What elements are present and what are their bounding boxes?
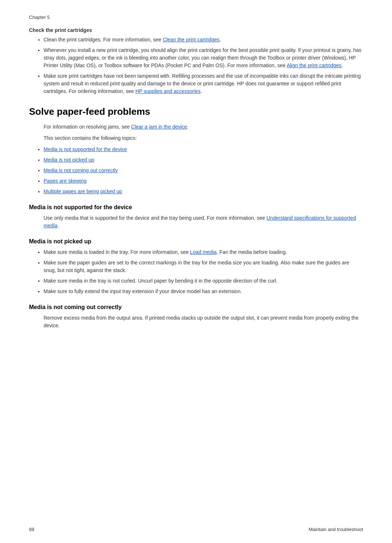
footer-page-number: 88	[29, 527, 34, 532]
intro-before-link: For information on resolving jams, see	[44, 124, 131, 130]
list-item: Clean the print cartridges. For more inf…	[44, 36, 363, 44]
align-cartridges-link[interactable]: Align the print cartridges	[287, 62, 342, 68]
bullet-text-1b: .	[220, 37, 221, 42]
list-item: Make sure print cartridges have not been…	[44, 72, 363, 95]
list-item: Make sure to fully extend the input tray…	[44, 288, 363, 295]
solve-paper-feed-section: Solve paper-feed problems For informatio…	[29, 106, 363, 329]
intro-after-link: .	[187, 124, 188, 130]
media-not-picked-up-subsection: Media is not picked up Make sure media i…	[29, 238, 363, 295]
pickup-bullet-2: Make sure the paper guides are set to th…	[44, 260, 349, 273]
media-not-supported-body: Use only media that is supported for the…	[44, 214, 363, 230]
topics-list: Media is not supported for the device Me…	[44, 146, 363, 195]
media-not-picked-up-title: Media is not picked up	[29, 238, 363, 245]
body-text-1b: .	[57, 223, 59, 228]
clear-jam-link[interactable]: Clear a jam in the device	[131, 124, 187, 130]
list-item: Whenever you install a new print cartrid…	[44, 46, 363, 69]
media-not-coming-out-title: Media is not coming out correctly	[29, 304, 363, 311]
bullet-text-1a: Clean the print cartridges. For more inf…	[44, 37, 163, 42]
check-cartridges-heading: Check the print cartridges	[29, 27, 363, 33]
topic-link-5[interactable]: Multiple pages are being picked up	[44, 189, 122, 194]
check-cartridges-list: Clean the print cartridges. For more inf…	[44, 36, 363, 95]
page-footer: 88 Maintain and troubleshoot	[29, 527, 363, 532]
media-not-supported-subsection: Media is not supported for the device Us…	[29, 204, 363, 230]
topic-link-3[interactable]: Media is not coming out correctly	[44, 167, 118, 173]
media-not-coming-out-subsection: Media is not coming out correctly Remove…	[29, 304, 363, 329]
check-cartridges-section: Check the print cartridges Clean the pri…	[29, 27, 363, 95]
list-item: Multiple pages are being picked up	[44, 188, 363, 195]
list-item: Media is not supported for the device	[44, 146, 363, 153]
hp-supplies-link[interactable]: HP supplies and accessories	[135, 88, 201, 94]
load-media-link[interactable]: Load media	[190, 249, 217, 255]
topic-link-2[interactable]: Media is not picked up	[44, 157, 94, 163]
pickup-bullet-1b: . Fan the media before loading.	[217, 249, 287, 255]
footer-section-label: Maintain and troubleshoot	[309, 527, 363, 532]
solve-intro-text: For information on resolving jams, see C…	[44, 123, 363, 131]
pickup-bullet-1a: Make sure media is loaded in the tray. F…	[44, 249, 190, 255]
chapter-label: Chapter 5	[29, 15, 363, 20]
media-not-picked-up-list: Make sure media is loaded in the tray. F…	[44, 248, 363, 295]
bullet-text-3b: .	[200, 88, 202, 94]
media-not-supported-title: Media is not supported for the device	[29, 204, 363, 211]
media-not-coming-out-body: Remove excess media from the output area…	[44, 314, 363, 329]
topic-link-1[interactable]: Media is not supported for the device	[44, 146, 127, 152]
body-text-1a: Use only media that is supported for the…	[44, 215, 266, 221]
list-item: Media is not coming out correctly	[44, 167, 363, 174]
bullet-text-2b: .	[342, 62, 343, 68]
pickup-bullet-4: Make sure to fully extend the input tray…	[44, 288, 242, 294]
topics-intro-text: This section contains the following topi…	[44, 134, 363, 142]
bullet-text-3a: Make sure print cartridges have not been…	[44, 73, 361, 94]
list-item: Media is not picked up	[44, 156, 363, 164]
topic-link-4[interactable]: Pages are skewing	[44, 178, 86, 184]
list-item: Make sure the paper guides are set to th…	[44, 259, 363, 274]
pickup-bullet-3: Make sure media in the tray is not curle…	[44, 278, 277, 284]
list-item: Make sure media is loaded in the tray. F…	[44, 248, 363, 256]
list-item: Make sure media in the tray is not curle…	[44, 277, 363, 285]
clean-cartridges-link[interactable]: Clean the print cartridges	[163, 37, 219, 42]
list-item: Pages are skewing	[44, 177, 363, 185]
solve-paper-feed-title: Solve paper-feed problems	[29, 106, 363, 117]
